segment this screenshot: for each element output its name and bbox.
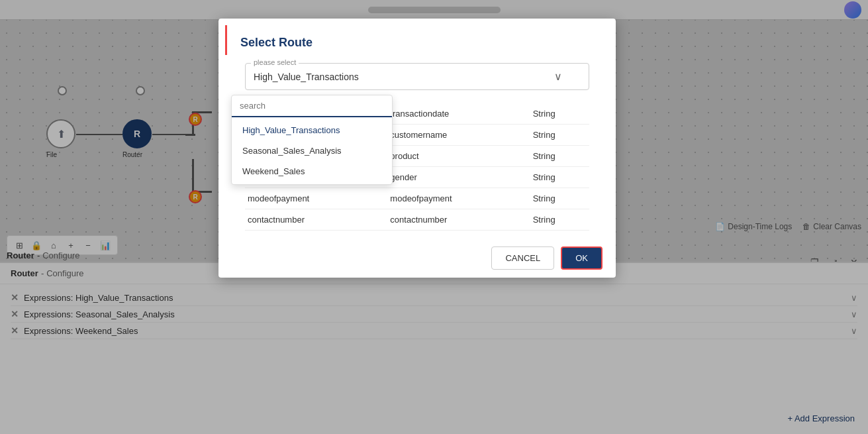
option-seasonal-sales[interactable]: Seasonal_Sales_Analysis: [232, 140, 392, 161]
search-dropdown-popup: High_Value_Transactions Seasonal_Sales_A…: [231, 95, 393, 185]
search-options-list: High_Value_Transactions Seasonal_Sales_A…: [232, 117, 392, 184]
search-input-container: [232, 95, 392, 117]
table-cell-col3: String: [530, 125, 589, 146]
table-cell-col3: String: [530, 188, 589, 209]
modal-header: Select Route: [225, 25, 609, 55]
table-cell-col2: contactnumber: [387, 209, 530, 231]
route-dropdown[interactable]: please select High_Value_Transactions ∨: [245, 63, 589, 90]
table-cell-col3: String: [530, 146, 589, 167]
option-high-value[interactable]: High_Value_Transactions: [232, 120, 392, 140]
table-cell-col3: String: [530, 209, 589, 231]
table-cell-col3: String: [530, 103, 589, 125]
dropdown-selected-value[interactable]: High_Value_Transactions ∨: [246, 64, 589, 89]
modal-title: Select Route: [240, 36, 596, 50]
select-route-modal: Select Route please select High_Value_Tr…: [218, 19, 616, 278]
cancel-button[interactable]: CANCEL: [491, 246, 554, 270]
table-cell-col2: transactiondate: [387, 103, 530, 125]
table-cell-col2: product: [387, 146, 530, 167]
table-cell-col3: String: [530, 167, 589, 188]
modal-footer: CANCEL OK: [218, 239, 616, 278]
ok-button[interactable]: OK: [561, 246, 603, 270]
option-weekend-sales[interactable]: Weekend_Sales: [232, 161, 392, 182]
table-cell-col2: gender: [387, 167, 530, 188]
table-cell-col1: modeofpayment: [245, 188, 387, 209]
dropdown-wrapper: please select High_Value_Transactions ∨ …: [232, 63, 603, 90]
table-cell-col2: modeofpayment: [387, 188, 530, 209]
table-row: modeofpayment modeofpayment String: [245, 188, 589, 209]
table-cell-col1: contactnumber: [245, 209, 387, 231]
table-cell-col2: customername: [387, 125, 530, 146]
table-row: contactnumber contactnumber String: [245, 209, 589, 231]
dropdown-label: please select: [251, 58, 299, 66]
dropdown-chevron-icon: ∨: [554, 70, 562, 83]
search-input[interactable]: [240, 101, 384, 111]
